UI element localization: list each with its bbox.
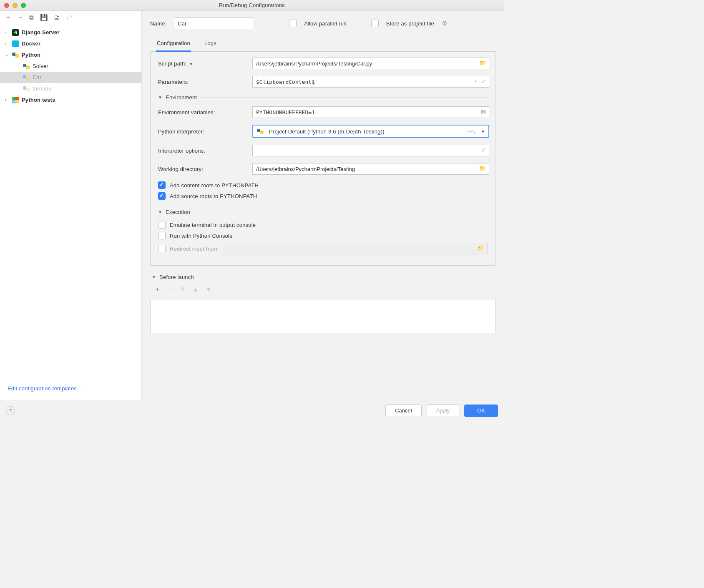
environment-section-header[interactable]: ▼ Environment: [158, 94, 488, 101]
name-input[interactable]: [174, 18, 253, 29]
tree-label: threads: [33, 85, 51, 92]
expand-icon[interactable]: ⤢: [481, 147, 486, 153]
apply-button[interactable]: Apply: [427, 405, 460, 417]
chevron-down-icon: ▼: [152, 275, 156, 279]
execution-section-header[interactable]: ▼ Execution: [158, 209, 488, 215]
env-vars-input[interactable]: [252, 106, 489, 118]
allow-parallel-checkbox[interactable]: [289, 20, 297, 27]
redirect-input-label: Redirect input from:: [170, 246, 219, 252]
folder-config-icon[interactable]: 🗂: [54, 14, 60, 21]
edit-templates-link[interactable]: Edit configuration templates...: [0, 380, 141, 400]
redirect-input-checkbox[interactable]: [158, 245, 166, 252]
env-vars-label: Environment variables:: [156, 109, 252, 116]
python-icon: [23, 74, 30, 81]
tree-item-python[interactable]: ⌄ Python: [0, 49, 141, 60]
titlebar: Run/Debug Configurations: [0, 0, 504, 11]
script-path-label: Script path:▼: [156, 60, 252, 67]
tree-item-car[interactable]: Car: [0, 72, 141, 83]
config-panel: Name: Allow parallel run Store as projec…: [142, 11, 504, 400]
tree-label: Django Server: [22, 29, 60, 35]
content-roots-label: Add content roots to PYTHONPATH: [170, 182, 259, 188]
configuration-box: Script path:▼ 📁 Parameters: +⤢ ▼ Environ…: [150, 52, 495, 266]
store-project-checkbox[interactable]: [371, 20, 379, 27]
source-roots-checkbox[interactable]: [158, 192, 166, 200]
django-icon: dj: [12, 29, 19, 36]
emulate-terminal-checkbox[interactable]: [158, 221, 166, 229]
tree-label: Solver: [33, 63, 48, 69]
before-launch-toolbar: ＋ － ✎ ▲ ▼: [150, 282, 495, 297]
interpreter-value: Project Default (Python 3.6 (In-Depth-Te…: [269, 128, 385, 135]
tree-label: Python tests: [22, 97, 55, 103]
list-icon[interactable]: ▤: [481, 108, 486, 115]
source-roots-label: Add source roots to PYTHONPATH: [170, 193, 257, 199]
python-icon: [23, 85, 30, 92]
cancel-button[interactable]: Cancel: [385, 405, 421, 417]
folder-icon: 📁: [477, 245, 484, 251]
content-roots-checkbox[interactable]: [158, 181, 166, 189]
tree-item-python-tests[interactable]: › Python tests: [0, 94, 141, 106]
sidebar-toolbar: ＋ － ⧉ 💾 🗂 ↓ᴬ: [0, 11, 141, 24]
config-tree: › dj Django Server › Docker ⌄ Python Sol…: [0, 24, 141, 380]
redirect-input-field: 📁: [223, 243, 488, 254]
allow-parallel-label: Allow parallel run: [304, 20, 347, 27]
before-launch-header[interactable]: ▼ Before launch: [152, 274, 494, 280]
dialog-footer: ? Cancel Apply OK: [0, 400, 504, 421]
tab-configuration[interactable]: Configuration: [156, 37, 191, 52]
folder-icon[interactable]: 📁: [479, 165, 486, 171]
python-icon: [23, 63, 30, 70]
tree-label: Python: [22, 52, 40, 58]
ok-button[interactable]: OK: [464, 405, 498, 417]
chevron-down-icon: ⌄: [5, 53, 10, 57]
chevron-right-icon: ›: [5, 30, 10, 35]
expand-icon[interactable]: ⤢: [481, 78, 486, 84]
remove-config-icon[interactable]: －: [17, 13, 23, 21]
parameters-input[interactable]: [252, 76, 489, 88]
save-config-icon[interactable]: 💾: [40, 14, 48, 21]
python-tests-icon: [12, 97, 19, 103]
store-project-label: Store as project file: [386, 20, 434, 27]
window-title: Run/Debug Configurations: [0, 2, 504, 8]
chevron-down-icon: ▼: [158, 95, 162, 100]
run-with-console-checkbox[interactable]: [158, 232, 166, 239]
add-task-icon[interactable]: ＋: [154, 285, 161, 293]
interpreter-label: Python interpreter:: [156, 128, 252, 135]
wd-input[interactable]: [252, 163, 489, 175]
edit-task-icon[interactable]: ✎: [180, 286, 186, 293]
interpreter-hint: ~/Py: [466, 129, 476, 134]
parameters-label: Parameters:: [156, 79, 252, 85]
folder-icon[interactable]: 📁: [479, 60, 486, 66]
chevron-down-icon: ▼: [158, 210, 162, 214]
move-up-icon[interactable]: ▲: [193, 286, 199, 293]
chevron-down-icon: ▼: [481, 129, 485, 134]
separator: [194, 212, 488, 212]
tree-item-solver[interactable]: Solver: [0, 60, 141, 72]
gear-icon[interactable]: ⚙: [442, 20, 447, 27]
copy-config-icon[interactable]: ⧉: [29, 14, 34, 21]
insert-macro-icon[interactable]: +: [474, 78, 477, 84]
remove-task-icon[interactable]: －: [167, 285, 173, 293]
chevron-right-icon: ›: [5, 41, 10, 46]
chevron-down-icon[interactable]: ▼: [189, 62, 193, 66]
tab-logs[interactable]: Logs: [204, 37, 217, 51]
python-icon: [256, 128, 264, 135]
emulate-terminal-label: Emulate terminal in output console: [170, 222, 256, 228]
script-path-input[interactable]: [252, 58, 489, 69]
tree-item-threads[interactable]: threads: [0, 83, 141, 94]
sort-config-icon[interactable]: ↓ᴬ: [66, 14, 72, 21]
move-down-icon[interactable]: ▼: [206, 286, 212, 293]
chevron-right-icon: ›: [5, 98, 10, 102]
interpreter-dropdown[interactable]: Project Default (Python 3.6 (In-Depth-Te…: [252, 125, 489, 138]
tree-label: Docker: [22, 40, 40, 47]
separator: [200, 97, 488, 98]
wd-label: Working directory:: [156, 166, 252, 172]
tree-item-django-server[interactable]: › dj Django Server: [0, 27, 141, 38]
run-with-console-label: Run with Python Console: [170, 233, 233, 239]
name-label: Name:: [150, 20, 166, 27]
docker-icon: [12, 40, 19, 47]
separator: [197, 277, 494, 277]
name-row: Name: Allow parallel run Store as projec…: [150, 18, 495, 29]
interp-options-input[interactable]: [252, 145, 489, 156]
tree-item-docker[interactable]: › Docker: [0, 38, 141, 49]
add-config-icon[interactable]: ＋: [5, 13, 11, 21]
help-icon[interactable]: ?: [6, 406, 15, 415]
